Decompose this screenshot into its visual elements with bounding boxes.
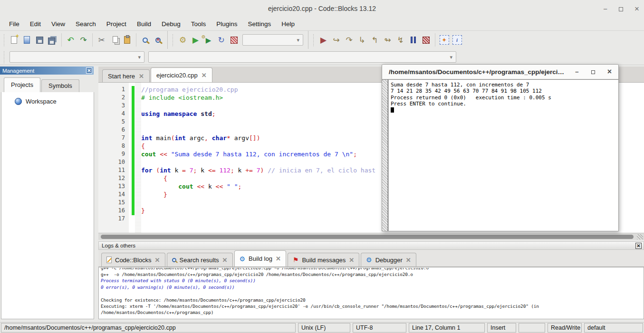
tab-close-icon[interactable]: ✕ <box>276 256 281 262</box>
fold-margin[interactable] <box>135 83 141 233</box>
menu-settings[interactable]: Settings <box>243 19 277 29</box>
cut-icon[interactable]: ✂ <box>95 34 108 47</box>
menu-project[interactable]: Project <box>101 19 132 29</box>
menu-view[interactable]: View <box>46 19 70 29</box>
run-icon[interactable]: ▶ <box>189 34 202 47</box>
logs-tab-code-blocks[interactable]: Code::Blocks✕ <box>101 253 165 266</box>
save-all-icon[interactable] <box>46 34 59 47</box>
toolbar-grip <box>4 51 6 63</box>
build-target-combo[interactable]: ▾ <box>242 34 303 46</box>
menu-edit[interactable]: Edit <box>25 19 46 29</box>
step-into-icon[interactable]: ↳ <box>356 34 368 47</box>
step-out-icon[interactable]: ↰ <box>368 34 381 47</box>
workspace-label: Workspace <box>26 98 57 105</box>
find-icon[interactable] <box>139 34 152 47</box>
new-file-icon[interactable] <box>8 34 20 47</box>
console-maximize-icon[interactable] <box>591 69 595 75</box>
tab-projects[interactable]: Projects <box>4 77 40 92</box>
gear-icon: ⚙ <box>240 256 246 262</box>
gear-icon: ⚙ <box>366 257 372 263</box>
replace-icon[interactable] <box>152 34 164 47</box>
tab-close-icon[interactable]: ✕ <box>155 257 160 263</box>
logs-tab-label: Code::Blocks <box>115 257 152 264</box>
line-number: 9 <box>98 151 125 159</box>
menu-file[interactable]: File <box>4 19 25 29</box>
window-title: ejercicio20.cpp - Code::Blocks 13.12 <box>0 0 644 17</box>
run-to-cursor-icon[interactable]: ↪ <box>330 34 343 47</box>
close-icon[interactable]: × <box>634 5 639 13</box>
editor-horizontal-scrollbar[interactable] <box>98 233 644 240</box>
symbols-combo[interactable]: ▾ <box>148 51 456 63</box>
status-insert-mode: Insert <box>487 323 516 333</box>
management-close-icon[interactable]: ✕ <box>86 67 92 74</box>
panel-splitter[interactable] <box>95 65 98 321</box>
copy-icon[interactable] <box>108 34 121 47</box>
break-debugger-icon[interactable] <box>407 34 420 47</box>
editor-tab-ejercicio20-cpp[interactable]: ejercicio20.cpp✕ <box>151 67 212 82</box>
editor-tab-start-here[interactable]: Start here✕ <box>102 69 150 82</box>
stop-debugger-icon[interactable] <box>420 34 433 47</box>
tab-symbols[interactable]: Symbols <box>41 79 79 92</box>
maximize-icon[interactable] <box>619 5 623 12</box>
logs-tab-label: Search results <box>180 257 219 264</box>
next-instruction-icon[interactable]: ↬ <box>381 34 394 47</box>
open-file-icon[interactable] <box>20 34 33 47</box>
build-and-run-icon[interactable]: ▶ <box>202 34 215 47</box>
console-scrollbar[interactable] <box>382 80 388 231</box>
menu-help[interactable]: Help <box>276 19 300 29</box>
console-close-icon[interactable]: × <box>607 68 612 76</box>
tab-close-icon[interactable]: ✕ <box>202 72 207 78</box>
menu-debug[interactable]: Debug <box>156 19 186 29</box>
console-window[interactable]: /home/msantos/Documentos/c++/programas_c… <box>382 64 619 231</box>
scrollbar-thumb[interactable] <box>101 235 634 239</box>
build-icon[interactable]: ⚙ <box>176 34 189 47</box>
menu-bar: FileEditViewSearchProjectBuildDebugTools… <box>0 17 644 31</box>
menu-search[interactable]: Search <box>70 19 101 29</box>
debug-continue-icon[interactable]: ▶ <box>317 34 330 47</box>
logs-panel-header: Logs & others ✕ <box>98 241 644 250</box>
tab-close-icon[interactable]: ✕ <box>139 73 144 79</box>
line-number: 8 <box>98 143 125 151</box>
log-line: g++ -o /home/msantos/Documentos/c++/prog… <box>101 271 644 277</box>
status-bar: /home/msantos/Documentos/c++/programas_c… <box>0 322 644 333</box>
workspace-item[interactable]: Workspace <box>1 92 94 105</box>
editor-tab-label: ejercicio20.cpp <box>156 72 198 79</box>
workspace-globe-icon <box>15 98 22 105</box>
menu-tools[interactable]: Tools <box>186 19 211 29</box>
logs-tab-label: Debugger <box>375 257 403 264</box>
line-numbers: 1234567891011121314151617 <box>98 86 125 223</box>
console-minimize-icon[interactable]: − <box>575 69 579 75</box>
redo-icon[interactable]: ↷ <box>77 34 90 47</box>
abort-build-icon[interactable] <box>228 34 240 47</box>
tab-close-icon[interactable]: ✕ <box>406 257 411 263</box>
toolbar-section-divider <box>308 31 308 49</box>
console-cursor-line <box>391 107 617 113</box>
step-into-instruction-icon[interactable]: ↯ <box>394 34 407 47</box>
logs-tab-build-log[interactable]: ⚙Build log✕ <box>234 250 286 266</box>
minimize-icon[interactable]: − <box>603 5 607 12</box>
save-file-icon[interactable] <box>33 34 46 47</box>
line-number: 5 <box>98 118 125 126</box>
console-titlebar[interactable]: /home/msantos/Documentos/c++/programas_c… <box>382 65 618 79</box>
editor-tab-label: Start here <box>108 73 135 80</box>
compiler-combo[interactable]: ▾ <box>10 51 144 63</box>
log-line <box>101 290 644 296</box>
next-line-icon[interactable]: ↷ <box>343 34 356 47</box>
rebuild-icon[interactable]: ↻ <box>215 34 228 47</box>
debugging-windows-icon[interactable]: ✦ <box>438 34 451 47</box>
toolbar-separator <box>92 33 93 47</box>
logs-tab-debugger[interactable]: ⚙Debugger✕ <box>361 253 416 266</box>
undo-icon[interactable]: ↶ <box>64 34 77 47</box>
various-info-icon[interactable]: i <box>451 34 463 47</box>
toolbar-grip <box>173 34 174 46</box>
logs-close-icon[interactable]: ✕ <box>635 243 642 249</box>
menu-build[interactable]: Build <box>132 19 156 29</box>
logs-tab-build-messages[interactable]: ⚑Build messages✕ <box>288 253 359 266</box>
menu-plugins[interactable]: Plugins <box>211 19 242 29</box>
tab-close-icon[interactable]: ✕ <box>349 257 354 263</box>
paste-icon[interactable] <box>121 34 134 47</box>
tab-close-icon[interactable]: ✕ <box>222 257 228 263</box>
toolbar-separator <box>61 33 62 47</box>
management-tabs: ProjectsSymbols <box>1 76 94 92</box>
logs-tab-search-results[interactable]: Search results✕ <box>167 253 233 266</box>
